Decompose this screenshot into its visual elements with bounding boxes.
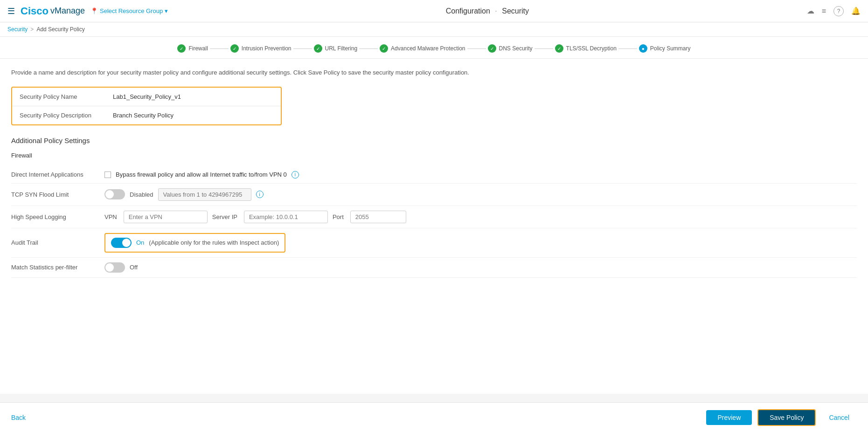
tcp-syn-input[interactable] — [158, 188, 251, 201]
audit-trail-note: (Applicable only for the rules with Insp… — [149, 239, 279, 246]
audit-trail-toggle-label: On — [136, 239, 144, 246]
step-firewall-label: Firewall — [188, 45, 208, 52]
step-tls-label: TLS/SSL Decryption — [566, 45, 617, 52]
port-label: Port — [333, 213, 344, 220]
high-speed-label: High Speed Logging — [11, 213, 104, 220]
wizard-steps: ✓ Firewall ✓ Intrusion Prevention ✓ URL … — [0, 37, 868, 59]
tcp-syn-row: TCP SYN Flood Limit Disabled i — [11, 184, 857, 206]
step-tls[interactable]: ✓ TLS/SSL Decryption — [555, 44, 617, 53]
hamburger-icon[interactable]: ☰ — [7, 6, 15, 16]
step-url-icon: ✓ — [314, 44, 322, 53]
policy-name-row: Security Policy Name Lab1_Security_Polic… — [12, 88, 281, 106]
match-stats-toggle-label: Off — [130, 264, 138, 271]
resource-group-label: Select Resource Group — [100, 7, 163, 14]
breadcrumb-separator: > — [30, 26, 34, 33]
step-dns-label: DNS Security — [499, 45, 533, 52]
port-input[interactable] — [350, 211, 406, 223]
tcp-syn-toggle-label: Disabled — [130, 191, 153, 198]
step-firewall[interactable]: ✓ Firewall — [177, 44, 208, 53]
step-summary-icon: ● — [639, 44, 647, 53]
cloud-icon[interactable]: ☁ — [807, 7, 814, 15]
match-stats-control: Off — [104, 262, 857, 273]
breadcrumb-current: Add Security Policy — [36, 26, 84, 33]
step-connector-4 — [467, 48, 486, 49]
back-button[interactable]: Back — [11, 414, 26, 421]
step-connector-1 — [210, 48, 229, 49]
save-policy-button[interactable]: Save Policy — [757, 409, 816, 426]
step-url[interactable]: ✓ URL Filtering — [314, 44, 358, 53]
high-speed-row: High Speed Logging VPN Server IP Port — [11, 206, 857, 228]
tcp-syn-control: Disabled i — [104, 188, 857, 201]
server-ip-label: Server IP — [212, 213, 237, 220]
policy-desc-label: Security Policy Description — [20, 112, 113, 119]
footer-center: Preview Save Policy Cancel — [706, 409, 857, 426]
match-stats-toggle[interactable] — [104, 262, 125, 273]
resource-group-selector[interactable]: 📍 Select Resource Group ▾ — [90, 7, 168, 14]
policy-desc-row: Security Policy Description Branch Secur… — [12, 106, 281, 124]
tcp-syn-toggle[interactable] — [104, 189, 125, 199]
title-separator: · — [495, 7, 499, 15]
step-intrusion-label: Intrusion Prevention — [242, 45, 292, 52]
header: ☰ Cisco vManage 📍 Select Resource Group … — [0, 0, 868, 22]
step-firewall-icon: ✓ — [177, 44, 186, 53]
header-actions: ☁ ≡ ? 🔔 — [807, 6, 861, 16]
direct-internet-control: Bypass firewall policy and allow all Int… — [104, 171, 857, 178]
step-connector-5 — [535, 48, 553, 49]
breadcrumb-security-link[interactable]: Security — [7, 26, 28, 33]
tcp-syn-info-icon[interactable]: i — [256, 191, 264, 198]
main-content: Provide a name and description for your … — [0, 59, 868, 394]
step-tls-icon: ✓ — [555, 44, 563, 53]
policy-desc-value: Branch Security Policy — [113, 112, 174, 119]
location-icon: 📍 — [90, 7, 98, 14]
menu-icon[interactable]: ≡ — [822, 7, 826, 15]
step-connector-3 — [359, 48, 378, 49]
step-malware[interactable]: ✓ Advanced Malware Protection — [380, 44, 465, 53]
direct-internet-label: Direct Internet Applications — [11, 171, 104, 178]
step-url-label: URL Filtering — [325, 45, 358, 52]
step-intrusion[interactable]: ✓ Intrusion Prevention — [230, 44, 292, 53]
bell-icon[interactable]: 🔔 — [851, 7, 861, 15]
vpn-label: VPN — [104, 213, 117, 220]
policy-name-value: Lab1_Security_Policy_v1 — [113, 93, 181, 100]
cancel-button[interactable]: Cancel — [821, 410, 857, 425]
page-title: Configuration · Security — [446, 7, 529, 15]
match-stats-toggle-thumb — [105, 263, 114, 272]
direct-internet-checkbox-text: Bypass firewall policy and allow all Int… — [116, 171, 287, 178]
match-stats-label: Match Statistics per-filter — [11, 264, 104, 271]
config-label: Configuration — [446, 7, 490, 15]
vpn-input[interactable] — [124, 211, 208, 223]
audit-trail-toggle[interactable] — [111, 238, 132, 248]
step-summary-label: Policy Summary — [650, 45, 691, 52]
page-description: Provide a name and description for your … — [11, 68, 857, 77]
firewall-section-title: Firewall — [11, 152, 857, 159]
chevron-down-icon: ▾ — [165, 7, 168, 14]
step-connector-6 — [618, 48, 637, 49]
step-intrusion-icon: ✓ — [230, 44, 239, 53]
logo: Cisco vManage — [21, 5, 85, 17]
server-ip-input[interactable] — [244, 211, 328, 223]
logo-cisco: Cisco — [21, 5, 49, 17]
audit-trail-label: Audit Trail — [11, 239, 104, 246]
additional-settings-title: Additional Policy Settings — [11, 137, 857, 144]
direct-internet-info-icon[interactable]: i — [292, 171, 299, 178]
step-connector-2 — [293, 48, 312, 49]
tcp-syn-toggle-thumb — [105, 190, 114, 199]
audit-trail-box: On (Applicable only for the rules with I… — [104, 233, 285, 253]
help-icon[interactable]: ? — [833, 6, 844, 16]
additional-settings-section: Additional Policy Settings Firewall Dire… — [11, 137, 857, 278]
audit-trail-toggle-thumb — [122, 239, 131, 247]
match-stats-row: Match Statistics per-filter Off — [11, 258, 857, 278]
footer-left: Back — [11, 414, 26, 421]
audit-trail-row: Audit Trail On (Applicable only for the … — [11, 228, 857, 258]
direct-internet-checkbox[interactable] — [104, 171, 111, 178]
logo-vmanage: vManage — [50, 6, 85, 16]
direct-internet-row: Direct Internet Applications Bypass fire… — [11, 166, 857, 184]
footer: Back Preview Save Policy Cancel — [0, 402, 868, 432]
tcp-syn-label: TCP SYN Flood Limit — [11, 191, 104, 198]
step-dns[interactable]: ✓ DNS Security — [488, 44, 533, 53]
header-left: ☰ Cisco vManage 📍 Select Resource Group … — [7, 5, 168, 17]
step-dns-icon: ✓ — [488, 44, 496, 53]
preview-button[interactable]: Preview — [706, 410, 752, 425]
step-malware-icon: ✓ — [380, 44, 388, 53]
step-summary[interactable]: ● Policy Summary — [639, 44, 691, 53]
